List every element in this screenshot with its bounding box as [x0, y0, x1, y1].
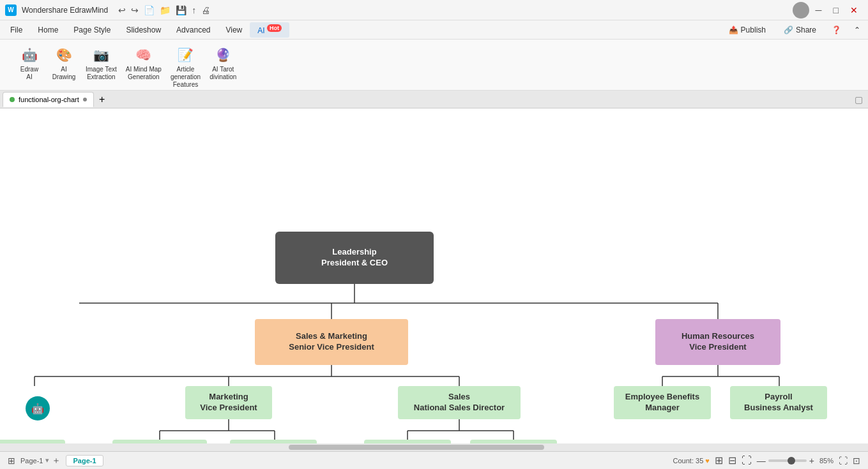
ai-drawing-icon: 🎨 [55, 46, 73, 64]
ai-drawing-label: AIDrawing [52, 66, 76, 81]
menu-view[interactable]: View [218, 23, 250, 37]
menu-page-style[interactable]: Page Style [66, 23, 118, 37]
page-label: Page-1 [20, 457, 43, 465]
open-file-icon[interactable]: 📁 [160, 5, 171, 15]
ai-tarot-button[interactable]: 🔮 AI Tarotdivination [206, 43, 240, 84]
image-text-icon: 📷 [92, 46, 110, 64]
expand-panel-icon[interactable]: ▢ [849, 94, 868, 105]
edraw-ai-label: EdrawAI [20, 66, 38, 81]
undo-icon[interactable]: ↩ [118, 5, 126, 15]
fullscreen-button[interactable]: ⛶ [839, 456, 848, 466]
payroll-title: Payroll [744, 392, 813, 403]
tab-functional-org-chart[interactable]: functional-org-chart [3, 92, 94, 107]
app-logo: W [5, 4, 17, 16]
page-add-button[interactable]: ＋ [52, 455, 61, 466]
article-gen-label: ArticlegenerationFeatures [171, 66, 201, 89]
heart-icon: ♥ [705, 457, 710, 465]
menu-bar-right: 📤 Publish 🔗 Share ❓ ⌃ [721, 24, 865, 36]
save-icon[interactable]: 💾 [176, 5, 187, 15]
emp-benefits-node[interactable]: Employee Benefits Manager [614, 386, 711, 419]
minimize-button[interactable]: ─ [811, 4, 827, 17]
sales-title: Sales & Marketing [289, 331, 374, 342]
tab-label: functional-org-chart [19, 96, 79, 103]
zoom-slider[interactable] [768, 459, 807, 462]
payroll-node[interactable]: Payroll Business Analyst [730, 386, 827, 419]
ceo-subtitle: President & CEO [321, 258, 388, 269]
tab-dot [10, 97, 15, 102]
fit-page-icon[interactable]: ⊞ [8, 456, 15, 466]
print-icon[interactable]: 🖨 [201, 5, 210, 15]
tab-modified-dot [83, 98, 87, 101]
contract-button[interactable]: ⊡ [853, 456, 860, 466]
close-button[interactable]: ✕ [845, 4, 863, 17]
canvas-area[interactable]: Leadership President & CEO Sales & Marke… [0, 108, 868, 451]
edraw-ai-button[interactable]: 🤖 EdrawAI [13, 43, 46, 84]
smart-tool-group: 🤖 EdrawAI 🎨 AIDrawing 📷 Image TextExtrac… [5, 43, 248, 91]
scrollbar-thumb[interactable] [289, 445, 544, 450]
emp-benefits-title: Employee Benefits [625, 392, 699, 403]
marketing-node[interactable]: Marketing Vice President [185, 386, 272, 419]
share-button[interactable]: 🔗 Share [776, 24, 824, 36]
ceo-node[interactable]: Leadership President & CEO [275, 232, 434, 284]
share-icon: 🔗 [784, 26, 793, 34]
ai-assistant-button[interactable]: 🤖 [26, 396, 50, 421]
active-page-tab[interactable]: Page-1 [66, 455, 103, 466]
hr-title: Human Resources [681, 331, 754, 342]
fit-screen-icon[interactable]: ⛶ [742, 455, 752, 466]
menu-slideshow[interactable]: Slideshow [118, 23, 169, 37]
marketing-subtitle: Vice President [200, 403, 257, 413]
image-text-extraction-button[interactable]: 📷 Image TextExtraction [82, 43, 121, 84]
collapse-ribbon-button[interactable]: ⌃ [849, 24, 865, 36]
menu-ai[interactable]: AI Hot [250, 22, 289, 38]
sales-director-node[interactable]: Sales National Sales Director [398, 386, 521, 419]
zoom-level: 85% [819, 457, 834, 465]
publish-button[interactable]: 📤 Publish [721, 24, 773, 36]
tab-bar-right: ▢ [849, 94, 868, 105]
zoom-thumb [788, 457, 795, 465]
article-gen-icon: 📝 [177, 46, 195, 64]
article-generation-button[interactable]: 📝 ArticlegenerationFeatures [167, 43, 204, 91]
help-button[interactable]: ❓ [826, 24, 846, 36]
maximize-button[interactable]: □ [828, 4, 844, 17]
ai-tarot-label: AI Tarotdivination [209, 66, 236, 81]
edraw-ai-icon: 🤖 [20, 46, 38, 64]
sales-subtitle: Senior Vice President [289, 342, 374, 353]
sales-dir-title: Sales [414, 392, 505, 403]
tab-add-button[interactable]: + [95, 93, 109, 107]
tab-bar: functional-org-chart + ▢ [0, 91, 868, 108]
toolbar: 🤖 EdrawAI 🎨 AIDrawing 📷 Image TextExtrac… [0, 40, 868, 91]
toolbar-tools: 🤖 EdrawAI 🎨 AIDrawing 📷 Image TextExtrac… [0, 40, 868, 91]
zoom-controls: — + [757, 456, 814, 466]
marketing-title: Marketing [200, 392, 257, 403]
horizontal-scrollbar[interactable] [0, 443, 868, 451]
menu-advanced[interactable]: Advanced [169, 23, 218, 37]
ai-mind-map-button[interactable]: 🧠 AI Mind MapGeneration [122, 43, 165, 84]
redo-icon[interactable]: ↪ [131, 5, 139, 15]
title-bar-left: W Wondershare EdrawMind ↩ ↪ 📄 📁 💾 ↑ 🖨 [5, 4, 210, 16]
export-icon[interactable]: ↑ [192, 5, 196, 15]
ai-drawing-button[interactable]: 🎨 AIDrawing [47, 43, 80, 84]
publish-label: Publish [741, 26, 766, 34]
count-label: Count: 35 [673, 457, 704, 465]
sales-node[interactable]: Sales & Marketing Senior Vice President [255, 319, 408, 365]
view-grid-icon[interactable]: ⊟ [728, 454, 736, 466]
zoom-in-button[interactable]: + [809, 456, 814, 466]
zoom-out-button[interactable]: — [757, 456, 766, 466]
user-avatar[interactable] [793, 2, 809, 19]
ai-mind-map-label: AI Mind MapGeneration [126, 66, 162, 81]
status-bar-right: Count: 35 ♥ ⊞ ⊟ ⛶ — + 85% ⛶ ⊡ [673, 454, 860, 466]
share-label: Share [796, 26, 816, 34]
page-dropdown-icon[interactable]: ▾ [45, 456, 49, 465]
status-bar: ⊞ Page-1 ▾ ＋ Page-1 Count: 35 ♥ ⊞ ⊟ ⛶ — … [0, 451, 868, 469]
hr-subtitle: Vice President [681, 342, 754, 353]
status-bar-left: ⊞ Page-1 ▾ ＋ Page-1 [8, 455, 103, 466]
view-normal-icon[interactable]: ⊞ [715, 454, 723, 466]
hr-node[interactable]: Human Resources Vice President [655, 319, 780, 365]
hot-badge: Hot [267, 24, 282, 32]
menu-file[interactable]: File [3, 23, 30, 37]
title-bar: W Wondershare EdrawMind ↩ ↪ 📄 📁 💾 ↑ 🖨 ─ … [0, 0, 868, 20]
new-file-icon[interactable]: 📄 [144, 5, 155, 15]
sales-dir-subtitle: National Sales Director [414, 403, 505, 413]
count-badge: Count: 35 ♥ [673, 457, 710, 465]
menu-home[interactable]: Home [30, 23, 66, 37]
